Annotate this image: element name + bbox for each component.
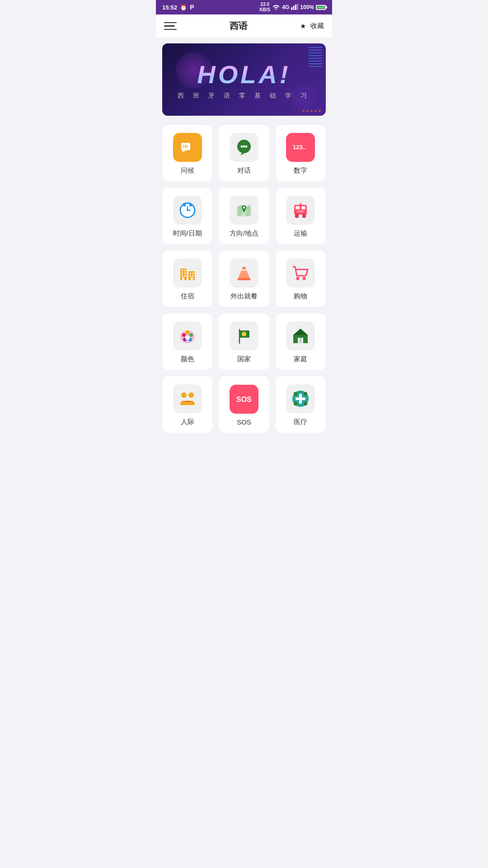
home-label: 家庭 — [294, 355, 307, 363]
grid-item-direction[interactable]: 方向/地点 — [219, 188, 269, 244]
favorite-button[interactable]: ★ 收藏 — [300, 22, 324, 30]
menu-button[interactable] — [164, 22, 177, 30]
svg-point-10 — [243, 146, 245, 148]
sos-label: SOS — [237, 418, 251, 426]
svg-rect-79 — [296, 397, 305, 400]
svg-rect-47 — [190, 273, 191, 274]
food-label: 外出就餐 — [230, 292, 258, 301]
svg-point-17 — [183, 203, 186, 207]
banner-corner-decoration — [302, 110, 321, 112]
svg-rect-48 — [192, 273, 194, 274]
hotel-label: 住宿 — [181, 292, 194, 301]
header: 西语 ★ 收藏 — [156, 14, 332, 38]
svg-rect-32 — [294, 213, 307, 215]
svg-rect-43 — [182, 273, 183, 274]
svg-rect-3 — [297, 4, 299, 10]
svg-rect-37 — [297, 210, 304, 212]
svg-rect-1 — [293, 6, 295, 10]
transport-label: 运输 — [294, 229, 307, 238]
svg-point-38 — [300, 203, 301, 205]
grid-item-color[interactable]: 颜色 — [162, 313, 212, 370]
grid-item-country[interactable]: 国家 — [219, 313, 269, 370]
hamburger-icon — [164, 22, 177, 30]
svg-point-21 — [187, 209, 188, 211]
grid-item-time[interactable]: 时间/日期 — [162, 188, 212, 244]
medical-label: 医疗 — [294, 418, 307, 426]
svg-text:123..: 123.. — [293, 144, 306, 151]
alarm-icon: ⏰ — [180, 4, 187, 11]
svg-rect-42 — [184, 270, 186, 271]
svg-point-67 — [242, 332, 246, 336]
grid-item-home[interactable]: 家庭 — [276, 313, 326, 370]
sos-icon: SOS — [230, 385, 258, 414]
country-icon — [230, 321, 258, 350]
banner-subtitle: 西 班 牙 语 零 基 础 学 习 — [178, 92, 310, 100]
grid-item-dialog[interactable]: 对话 — [219, 125, 269, 181]
svg-rect-41 — [182, 270, 183, 271]
grid-item-people[interactable]: 人际 — [162, 376, 212, 433]
parking-icon: P — [190, 4, 194, 11]
network-speed: 22.0KB/S — [259, 2, 270, 13]
svg-point-83 — [304, 402, 307, 406]
svg-point-34 — [296, 215, 298, 217]
svg-rect-49 — [190, 275, 191, 277]
people-icon — [173, 384, 202, 413]
svg-point-59 — [182, 333, 186, 337]
svg-point-61 — [189, 333, 193, 337]
shop-icon — [286, 259, 315, 288]
grid-item-sos[interactable]: SOS SOS — [219, 376, 269, 433]
time: 15:52 — [162, 4, 177, 11]
grid-item-shop[interactable]: 购物 — [276, 250, 326, 307]
svg-rect-2 — [295, 5, 296, 10]
status-right: 22.0KB/S 4G 100% — [259, 2, 326, 13]
home-icon — [286, 321, 315, 350]
number-label: 数字 — [294, 166, 307, 175]
status-left: 15:52 ⏰ P — [162, 4, 194, 11]
svg-point-81 — [304, 392, 307, 396]
svg-rect-50 — [192, 275, 194, 277]
cellular-icon — [291, 4, 298, 11]
grid-item-medical[interactable]: 医疗 — [276, 376, 326, 433]
star-icon: ★ — [300, 22, 306, 30]
time-label: 时间/日期 — [173, 229, 202, 238]
category-grid: Hi 问候 对话 123.. 数字 — [156, 121, 332, 442]
svg-point-64 — [185, 335, 190, 340]
grid-item-greeting[interactable]: Hi 问候 — [162, 125, 212, 181]
svg-point-73 — [188, 392, 194, 398]
svg-rect-46 — [184, 275, 186, 277]
hero-banner[interactable]: HOLA! 西 班 牙 语 零 基 础 学 习 — [162, 43, 326, 116]
medical-icon — [286, 384, 315, 413]
grid-item-number[interactable]: 123.. 数字 — [276, 125, 326, 181]
direction-label: 方向/地点 — [230, 229, 258, 238]
color-icon — [173, 321, 202, 350]
battery-icon — [316, 5, 326, 10]
dialog-label: 对话 — [237, 166, 251, 175]
grid-item-hotel[interactable]: 住宿 — [162, 250, 212, 307]
svg-point-11 — [245, 146, 247, 148]
greeting-label: 问候 — [181, 166, 194, 175]
svg-point-56 — [296, 277, 300, 280]
svg-rect-55 — [238, 278, 250, 280]
people-label: 人际 — [181, 418, 194, 426]
svg-point-36 — [303, 215, 305, 217]
favorite-label: 收藏 — [310, 22, 324, 30]
number-icon: 123.. — [286, 133, 315, 162]
svg-text:Hi: Hi — [183, 144, 188, 149]
grid-item-food[interactable]: 外出就餐 — [219, 250, 269, 307]
svg-point-57 — [303, 277, 306, 280]
svg-marker-69 — [293, 329, 308, 335]
svg-rect-51 — [182, 277, 184, 280]
svg-marker-12 — [240, 152, 246, 156]
banner-decoration-lines — [309, 47, 322, 83]
food-icon — [230, 259, 258, 288]
svg-point-80 — [294, 392, 297, 396]
grid-item-transport[interactable]: 运输 — [276, 188, 326, 244]
svg-point-82 — [294, 402, 297, 406]
hotel-icon — [173, 259, 202, 288]
battery-percent: 100% — [300, 4, 314, 10]
direction-icon — [230, 196, 258, 225]
banner-decoration-dots — [167, 48, 189, 66]
svg-marker-25 — [246, 205, 250, 217]
wifi-icon — [272, 4, 280, 11]
svg-point-27 — [243, 207, 245, 209]
